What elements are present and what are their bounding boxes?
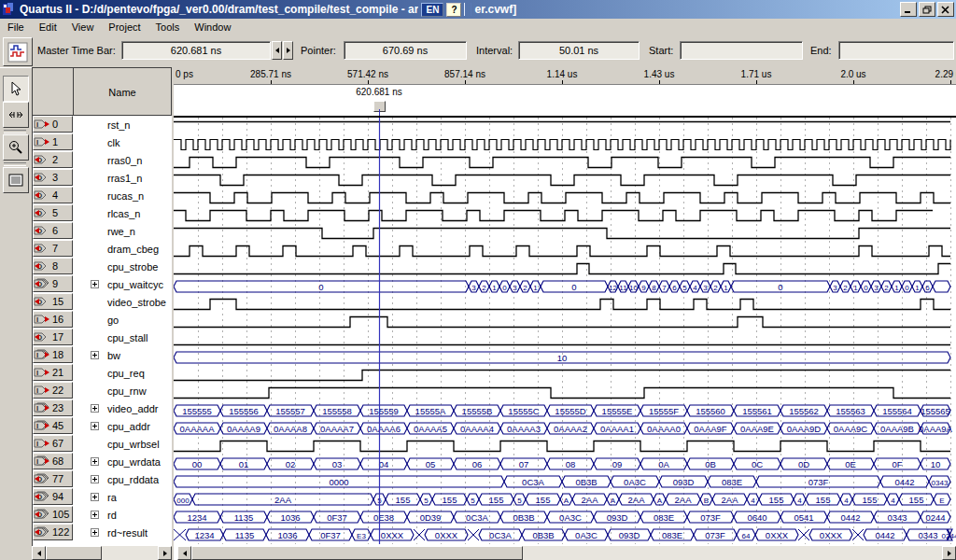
menu-item-edit[interactable]: Edit bbox=[32, 20, 64, 35]
signal-row[interactable]: rd~result bbox=[74, 524, 172, 541]
fit-in-window-tool-icon[interactable] bbox=[3, 102, 29, 128]
signal-id-button[interactable]: O15 bbox=[33, 293, 73, 310]
signal-id: 23 bbox=[52, 402, 63, 413]
signal-row[interactable]: cpu_addr bbox=[74, 417, 172, 435]
signal-id-button[interactable]: O7 bbox=[33, 240, 73, 257]
signal-row[interactable]: bw bbox=[74, 346, 172, 364]
minimize-button[interactable] bbox=[900, 2, 917, 17]
signal-id-button[interactable]: I18 bbox=[33, 346, 73, 363]
time-step-right-icon[interactable] bbox=[283, 41, 293, 60]
menu-item-window[interactable]: Window bbox=[187, 20, 238, 35]
svg-text:06: 06 bbox=[472, 459, 483, 469]
svg-text:3: 3 bbox=[513, 284, 517, 292]
selection-tool-icon[interactable] bbox=[3, 76, 29, 102]
signal-row[interactable]: video_strobe bbox=[74, 293, 172, 311]
wave-scroll-thumb[interactable] bbox=[191, 546, 523, 560]
signal-id-button[interactable]: I68 bbox=[33, 453, 73, 469]
scroll-right-icon[interactable] bbox=[158, 546, 172, 560]
expand-plus-icon[interactable] bbox=[91, 280, 99, 288]
signal-id-button[interactable]: O4 bbox=[33, 187, 73, 203]
signal-row[interactable]: clk bbox=[74, 133, 172, 151]
expand-plus-icon[interactable] bbox=[91, 422, 99, 430]
signal-row[interactable]: video_addr bbox=[74, 399, 172, 417]
signal-row[interactable]: rd bbox=[74, 506, 172, 524]
signal-row[interactable]: ra bbox=[74, 488, 172, 506]
restore-button[interactable] bbox=[919, 2, 935, 17]
signal-row[interactable]: rras0_n bbox=[74, 151, 172, 169]
signal-row[interactable]: rras1_n bbox=[74, 169, 172, 187]
fullscreen-tool-icon[interactable] bbox=[3, 167, 29, 193]
signal-id-button[interactable]: I67 bbox=[33, 435, 73, 452]
names-horizontal-scrollbar[interactable] bbox=[32, 546, 172, 560]
wave-scroll-left-icon[interactable] bbox=[177, 546, 191, 560]
close-button[interactable] bbox=[937, 2, 954, 17]
input-pin-icon: I bbox=[34, 314, 50, 325]
wave-scroll-right-icon[interactable] bbox=[942, 546, 956, 560]
scroll-left-icon[interactable] bbox=[32, 546, 46, 560]
master-time-cursor-line[interactable] bbox=[379, 109, 380, 116]
signal-id-button[interactable]: I0 bbox=[33, 116, 73, 133]
signal-id-button[interactable]: I45 bbox=[33, 417, 73, 434]
signal-id: 94 bbox=[52, 491, 63, 502]
signal-id-button[interactable]: O5 bbox=[33, 204, 73, 221]
menu-item-project[interactable]: Project bbox=[101, 20, 148, 35]
language-bar-grip[interactable] bbox=[464, 3, 471, 16]
start-value[interactable] bbox=[680, 41, 803, 60]
expand-plus-icon[interactable] bbox=[91, 511, 99, 519]
zoom-tool-icon[interactable] bbox=[3, 134, 29, 161]
signal-id-button[interactable]: O6 bbox=[33, 222, 73, 239]
signal-id-button[interactable]: O9 bbox=[33, 275, 73, 292]
output-pin-icon: O bbox=[34, 260, 50, 272]
expand-plus-icon[interactable] bbox=[91, 528, 99, 537]
signal-row[interactable]: cpu_rnw bbox=[74, 382, 172, 399]
signal-row[interactable]: cpu_stall bbox=[74, 329, 172, 346]
svg-text:I: I bbox=[36, 440, 38, 448]
signal-row[interactable]: rwe_n bbox=[74, 222, 172, 240]
wave-horizontal-scrollbar[interactable] bbox=[177, 546, 956, 560]
signal-row[interactable]: dram_cbeg bbox=[74, 240, 172, 258]
names-scroll-thumb[interactable] bbox=[46, 546, 102, 560]
end-value[interactable] bbox=[838, 41, 954, 60]
expand-plus-icon[interactable] bbox=[91, 475, 99, 483]
signal-id-button[interactable]: I21 bbox=[33, 364, 73, 381]
signal-row[interactable]: rlcas_n bbox=[74, 204, 172, 222]
expand-plus-icon[interactable] bbox=[91, 404, 99, 413]
signal-row[interactable]: cpu_wrdata bbox=[74, 453, 172, 470]
signal-id-button[interactable]: O3 bbox=[33, 169, 73, 186]
signal-row[interactable]: cpu_wrbsel bbox=[74, 435, 172, 453]
signal-id-button[interactable]: I16 bbox=[33, 311, 73, 328]
svg-text:3: 3 bbox=[703, 284, 708, 292]
signal-row[interactable]: cpu_strobe bbox=[74, 258, 172, 275]
time-ruler[interactable]: 0 ps285.71 ns571.42 ns857.14 ns1.14 us1.… bbox=[174, 67, 956, 85]
signal-id-button[interactable]: O2 bbox=[33, 151, 73, 168]
language-help-icon[interactable]: ? bbox=[446, 3, 461, 17]
time-step-left-icon[interactable] bbox=[272, 41, 282, 60]
signal-row[interactable]: rucas_n bbox=[74, 187, 172, 204]
signal-id-button[interactable]: I22 bbox=[33, 382, 73, 399]
signal-name: cpu_strobe bbox=[107, 261, 158, 273]
signal-id-button[interactable]: O8 bbox=[33, 258, 73, 274]
signal-row[interactable]: cpu_rddata bbox=[74, 470, 172, 488]
expand-plus-icon[interactable] bbox=[91, 493, 99, 501]
signal-row[interactable]: cpu_waitcyc bbox=[74, 275, 172, 293]
signal-id-button[interactable]: O17 bbox=[33, 329, 73, 345]
signal-row[interactable]: cpu_req bbox=[74, 364, 172, 382]
expand-plus-icon[interactable] bbox=[91, 457, 99, 466]
signal-id-button[interactable]: O122 bbox=[33, 524, 73, 540]
language-indicator[interactable]: EN bbox=[421, 3, 443, 17]
waveform-editor-icon[interactable] bbox=[3, 37, 33, 66]
master-time-bar-value[interactable]: 620.681 ns bbox=[121, 41, 271, 60]
signal-id-button[interactable]: O94 bbox=[33, 488, 73, 505]
menu-item-view[interactable]: View bbox=[64, 20, 102, 35]
signal-id-button[interactable]: I1 bbox=[33, 133, 73, 150]
signal-id-button[interactable]: O77 bbox=[33, 470, 73, 487]
signal-row[interactable]: rst_n bbox=[74, 116, 172, 133]
signal-row[interactable]: go bbox=[74, 311, 172, 329]
quartus-window: Quartus II - D:/d/pentevo/fpga/_ver0.00/… bbox=[0, 0, 956, 560]
expand-plus-icon[interactable] bbox=[91, 351, 99, 359]
signal-id-button[interactable]: I23 bbox=[33, 399, 73, 416]
waveform-area[interactable]: 0321032101211109876543210321032101610155… bbox=[174, 116, 956, 546]
signal-id-button[interactable]: O105 bbox=[33, 506, 73, 523]
menu-item-tools[interactable]: Tools bbox=[148, 20, 188, 35]
menu-item-file[interactable]: File bbox=[0, 20, 32, 35]
